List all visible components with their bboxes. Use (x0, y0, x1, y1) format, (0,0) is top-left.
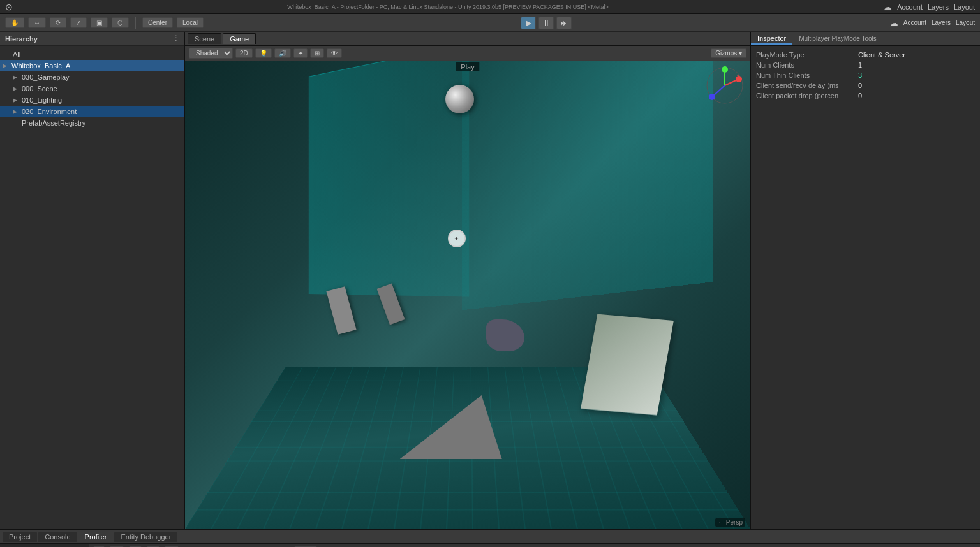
tab-scene[interactable]: Scene (188, 33, 221, 44)
hierarchy-item-scene[interactable]: ▶ 000_Scene (0, 83, 184, 94)
local-toggle[interactable]: Local (177, 17, 204, 28)
svg-text:X: X (736, 73, 740, 79)
pause-button[interactable]: ⏸ (538, 17, 554, 29)
profiler-toolbar: ● ⏮ ◀ ▶ ⏭ Playmode ▾ Frame: 1667 / 1688 … (89, 544, 980, 547)
hierarchy-item-all[interactable]: All (0, 48, 184, 60)
hierarchy-item-options[interactable]: ⋮ (176, 62, 182, 69)
inspector-row-packet-drop: Client packet drop (percen 0 (756, 92, 975, 99)
hierarchy-item-whitebox[interactable]: ▶ Whitebox_Basic_A ⋮ (0, 60, 184, 71)
app-logo: ⊙ (5, 2, 13, 12)
hierarchy-item-environment[interactable]: ▶ 020_Environment (0, 106, 184, 117)
inspector-row-num-thin-clients: Num Thin Clients 3 (756, 71, 975, 79)
3d-gizmo[interactable]: X Y Z (706, 66, 744, 105)
cloud-icon: ☁ (883, 2, 892, 12)
viewport[interactable]: ✦ X Y Z ← Per (185, 61, 750, 529)
account-label[interactable]: Account (897, 3, 923, 11)
hierarchy-item-prefab[interactable]: PrefabAssetRegistry (0, 117, 184, 129)
tab-console[interactable]: Console (38, 532, 77, 542)
hierarchy-header: Hierarchy ⋮ (0, 32, 184, 46)
hierarchy-options[interactable]: ⋮ (172, 34, 179, 43)
bottom-panel: Project Console Profiler Entity Debugger… (0, 529, 980, 547)
tab-entity-debugger[interactable]: Entity Debugger (114, 532, 177, 542)
overlay-toggle[interactable]: ⊞ (310, 48, 324, 58)
audio-toggle[interactable]: 🔊 (274, 48, 291, 58)
play-button[interactable]: ▶ (521, 17, 536, 29)
2d-toggle[interactable]: 2D (235, 48, 253, 58)
transform-btn-rect[interactable]: ▣ (91, 17, 108, 28)
layers-label-toolbar[interactable]: Layers (932, 19, 951, 26)
lighting-toggle[interactable]: 💡 (255, 48, 272, 58)
account-label-toolbar[interactable]: Account (903, 19, 926, 26)
transform-btn-rotate[interactable]: ⟳ (50, 17, 66, 28)
persp-label: ← Persp (715, 518, 745, 527)
tab-game[interactable]: Game (223, 33, 256, 44)
tab-inspector[interactable]: Inspector (751, 33, 792, 45)
hierarchy-item-lighting[interactable]: ▶ 010_Lighting (0, 94, 184, 106)
hidden-toggle[interactable]: 👁 (327, 48, 342, 58)
center-toggle[interactable]: Center (142, 17, 173, 28)
layout-label[interactable]: Layout (954, 3, 975, 11)
bottom-tabs: Project Console Profiler Entity Debugger (0, 530, 980, 544)
layers-label[interactable]: Layers (928, 3, 949, 11)
transform-btn-move[interactable]: ↔ (28, 17, 46, 28)
play-label: Play (456, 62, 479, 71)
toolbar: ✋ ↔ ⟳ ⤢ ▣ ⬡ Center Local ▶ ⏸ ⏭ ☁ Account… (0, 14, 980, 32)
tab-profiler[interactable]: Profiler (78, 532, 114, 542)
hierarchy-title: Hierarchy (5, 35, 168, 43)
inspector-row-num-clients: Num Clients 1 (756, 61, 975, 69)
top-menubar: ⊙ Whitebox_Basic_A - ProjectFolder - PC,… (0, 0, 980, 14)
layout-label-toolbar[interactable]: Layout (956, 19, 975, 26)
tab-project[interactable]: Project (3, 532, 37, 542)
step-button[interactable]: ⏭ (556, 17, 572, 29)
profiler-content: Profiler Modules ▾ CPU Usage Rendering S… (0, 544, 980, 547)
main-layout: Hierarchy ⋮ All ▶ Whitebox_Basic_A ⋮ ▶ 0… (0, 32, 980, 529)
transform-btn-scale[interactable]: ⤢ (70, 17, 87, 28)
wall-right (462, 61, 713, 310)
hierarchy-item-gameplay[interactable]: ▶ 030_Gameplay (0, 71, 184, 83)
hierarchy-panel: Hierarchy ⋮ All ▶ Whitebox_Basic_A ⋮ ▶ 0… (0, 32, 185, 529)
hierarchy-tree: All ▶ Whitebox_Basic_A ⋮ ▶ 030_Gameplay … (0, 46, 184, 529)
inspector-row-playmode-type: PlayMode Type Client & Server (756, 51, 975, 59)
inspector-tabs: Inspector Multiplayer PlayMode Tools (751, 32, 980, 46)
svg-text:Y: Y (723, 66, 727, 70)
gizmos-btn[interactable]: Gizmos ▾ (711, 48, 746, 58)
window-title: Whitebox_Basic_A - ProjectFolder - PC, M… (20, 4, 875, 10)
profiler-sidebar: Profiler Modules ▾ CPU Usage Rendering S… (0, 544, 89, 547)
transform-btn-combo[interactable]: ⬡ (112, 17, 129, 28)
profiler-main: ● ⏮ ◀ ▶ ⏭ Playmode ▾ Frame: 1667 / 1688 … (89, 544, 980, 547)
transform-btn-hand[interactable]: ✋ (5, 17, 24, 28)
render-mode-select[interactable]: Shaded (189, 48, 233, 59)
scene-area: Scene Game Shaded 2D 💡 🔊 ✦ ⊞ 👁 Gizmos ▾ (185, 32, 750, 529)
viewport-canvas: ✦ X Y Z ← Per (185, 61, 750, 529)
svg-text:Z: Z (709, 92, 712, 98)
scene-tabs: Scene Game (185, 32, 750, 46)
scene-toolbar: Shaded 2D 💡 🔊 ✦ ⊞ 👁 Gizmos ▾ (185, 46, 750, 61)
tab-multiplayer[interactable]: Multiplayer PlayMode Tools (792, 34, 883, 43)
inspector-panel: Inspector Multiplayer PlayMode Tools Pla… (750, 32, 980, 529)
effects-toggle[interactable]: ✦ (293, 48, 308, 58)
collab-icon: ☁ (889, 18, 898, 28)
inspector-content: PlayMode Type Client & Server Num Client… (751, 46, 980, 529)
sphere-object (445, 85, 474, 113)
inspector-row-send-delay: Client send/recv delay (ms 0 (756, 82, 975, 89)
